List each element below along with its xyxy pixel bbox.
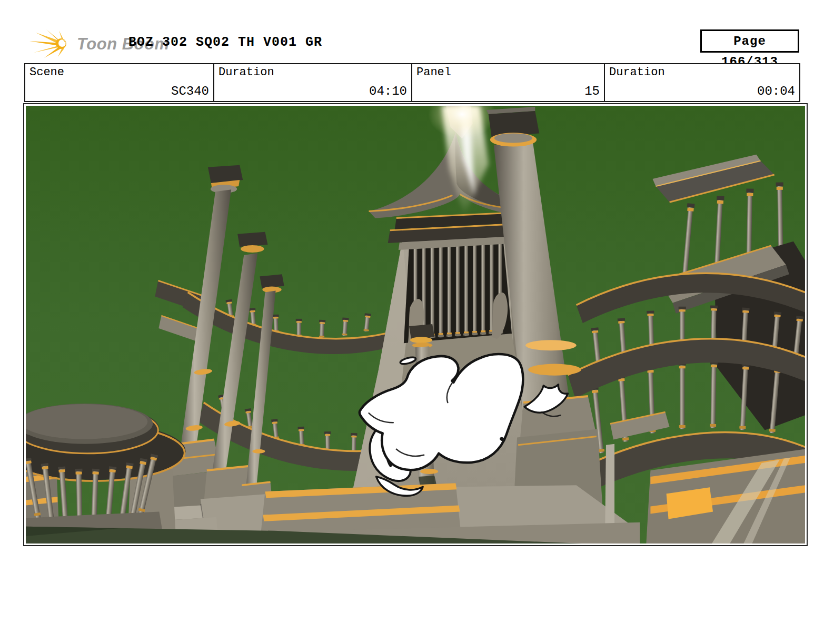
page-number-badge: Page 166/313 [700, 29, 799, 53]
storyboard-page: Toon Boom BOZ 302 SQ02 TH V001 GR Page 1… [0, 0, 834, 644]
storyboard-panel-image [26, 106, 805, 544]
panel-duration-cell: Duration 00:04 [605, 64, 799, 101]
scene-duration-cell: Duration 04:10 [214, 64, 412, 101]
scene-value: SC340 [171, 84, 209, 98]
panel-duration-value: 00:04 [757, 84, 795, 98]
panel-cell: Panel 15 [412, 64, 605, 101]
panel-duration-label: Duration [609, 66, 665, 79]
toon-boom-starburst-icon [28, 29, 74, 59]
scene-duration-label: Duration [219, 66, 274, 79]
scene-label: Scene [29, 66, 64, 79]
scene-duration-value: 04:10 [369, 84, 407, 98]
board-title: BOZ 302 SQ02 TH V001 GR [128, 35, 322, 50]
panel-label: Panel [416, 66, 451, 79]
panel-value: 15 [584, 84, 600, 98]
storyboard-panel-frame [23, 103, 808, 546]
scene-cell: Scene SC340 [25, 64, 214, 101]
panel-info-table: Scene SC340 Duration 04:10 Panel 15 Dura… [24, 63, 800, 102]
